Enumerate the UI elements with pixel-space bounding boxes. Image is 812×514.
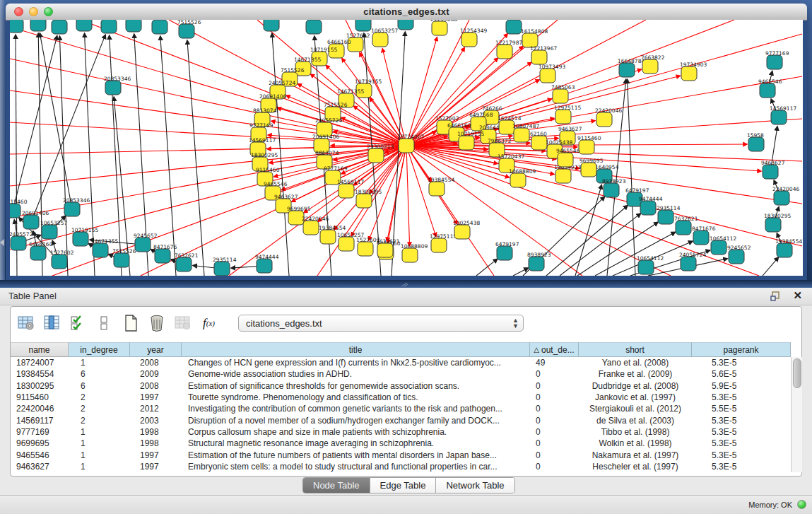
citation-edge-black[interactable]	[187, 40, 204, 276]
graph-node[interactable]: 9777169	[765, 50, 789, 69]
citation-edge-black[interactable]	[546, 205, 628, 276]
close-window-button[interactable]	[14, 7, 23, 16]
graph-node[interactable]: 19384554	[428, 177, 454, 196]
new-column-icon[interactable]	[121, 314, 140, 333]
graph-node[interactable]: 19384554	[775, 238, 802, 257]
graph-node[interactable]: 62160	[530, 131, 547, 150]
select-all-columns-icon[interactable]	[69, 314, 88, 333]
graph-node[interactable]: 10688809	[401, 243, 428, 262]
graph-node[interactable]: 9474444	[255, 254, 279, 273]
graph-node[interactable]: 12217987	[495, 40, 522, 59]
table-row[interactable]: 2242004622012Investigating the contribut…	[11, 403, 791, 414]
tab-network-table[interactable]: Network Table	[436, 478, 514, 493]
graph-node[interactable]: 12975115	[430, 233, 457, 252]
graph-node[interactable]: 9465546	[305, 20, 329, 34]
citation-edge-red[interactable]	[406, 34, 802, 146]
citation-edge-black[interactable]	[476, 259, 498, 276]
graph-node[interactable]: 10653257	[50, 20, 77, 34]
citation-edge-black[interactable]	[560, 214, 641, 276]
table-vertical-scrollbar[interactable]	[791, 357, 802, 472]
table-row[interactable]: 946554611997Estimation of the future num…	[11, 449, 791, 460]
graph-node[interactable]: 10653257	[40, 220, 67, 239]
graph-node[interactable]: 10973493	[539, 64, 565, 83]
citation-edge-black[interactable]	[59, 36, 68, 276]
citation-edge-black[interactable]	[31, 35, 105, 222]
graph-node[interactable]: 21219608	[430, 20, 457, 35]
graph-node[interactable]: 20853346	[63, 197, 90, 216]
citation-edge-black[interactable]	[40, 33, 72, 209]
graph-node[interactable]: 10654112	[637, 255, 664, 274]
citation-edge-red[interactable]	[406, 37, 437, 146]
graph-node[interactable]: 16154808	[521, 28, 548, 47]
table-row[interactable]: 1456911722003Disruption of a novel membe…	[11, 414, 791, 426]
column-header-name[interactable]: name	[11, 342, 69, 357]
citation-edge-black[interactable]	[628, 79, 635, 276]
network-canvas[interactable]: 2405572420691406106532571527602646616010…	[10, 20, 803, 276]
citation-edge-red[interactable]	[406, 146, 494, 276]
graph-node[interactable]: 12213967	[530, 45, 557, 64]
graph-node[interactable]: 7485063	[551, 84, 575, 103]
table-row[interactable]: 911546021997Tourette syndrome. Phenomeno…	[11, 392, 791, 403]
graph-node[interactable]: 19734903	[680, 62, 707, 81]
table-row[interactable]: 1938455462009Genome-wide association stu…	[11, 368, 791, 380]
graph-node[interactable]: 22420046	[595, 107, 622, 127]
graph-node[interactable]: 11254349	[460, 28, 487, 47]
table-selector-combobox[interactable]: citations_edges.txt ▲▼	[238, 315, 524, 332]
table-panel-titlebar[interactable]: Table Panel ✕	[0, 288, 812, 305]
network-window-titlebar[interactable]: citations_edges.txt	[6, 4, 807, 21]
graph-node[interactable]: 6466160	[100, 20, 124, 33]
splitter-resize-grip[interactable]	[400, 282, 408, 287]
graph-node[interactable]: 18300295	[355, 189, 382, 208]
graph-node[interactable]: 10719155	[124, 20, 151, 32]
graph-node[interactable]: 6479197	[495, 241, 519, 260]
graph-node[interactable]: 10653257	[371, 28, 398, 47]
citation-edge-black[interactable]	[513, 268, 528, 276]
panel-collapse-arrow-icon[interactable]	[0, 239, 4, 246]
scrollbar-thumb[interactable]	[793, 358, 801, 388]
citation-edge-black[interactable]	[763, 257, 779, 276]
graph-node[interactable]: 7632621	[175, 252, 199, 271]
citation-network-graph[interactable]: 2405572420691406106532571527602646616010…	[10, 20, 803, 276]
zoom-window-button[interactable]	[44, 7, 53, 16]
graph-node[interactable]: 7632621	[376, 238, 400, 257]
table-row[interactable]: 969969511998Structural magnetic resonanc…	[11, 438, 791, 449]
table-row[interactable]: 977716911998Corpus callosum shape and si…	[11, 426, 791, 438]
citation-edge-black[interactable]	[160, 36, 176, 276]
graph-node[interactable]: 9465546	[758, 78, 782, 98]
graph-node[interactable]: 1527602	[50, 250, 74, 269]
graph-node[interactable]: 14569117	[770, 105, 796, 124]
graph-node[interactable]: 8938923	[527, 252, 551, 271]
graph-node[interactable]: 7515526	[112, 248, 136, 267]
graph-node[interactable]: 9245652	[727, 245, 751, 264]
column-header-year[interactable]: year	[130, 342, 182, 357]
column-header-title[interactable]: title	[182, 342, 530, 357]
delete-column-icon[interactable]	[147, 314, 166, 333]
table-row[interactable]: 946362711997Embryonic stem cells: a mode…	[11, 461, 791, 472]
minimize-window-button[interactable]	[29, 7, 38, 16]
column-header-short[interactable]: short	[579, 342, 692, 357]
table-row[interactable]: 1830029562008Estimation of significance …	[11, 380, 791, 392]
graph-node[interactable]: 12975115	[554, 105, 581, 124]
graph-node[interactable]: 14569117	[262, 20, 289, 31]
graph-node[interactable]: 18300295	[764, 213, 791, 232]
show-column-icon[interactable]	[42, 314, 61, 333]
unselect-all-columns-icon[interactable]	[95, 314, 114, 333]
close-panel-icon[interactable]: ✕	[793, 289, 802, 302]
graph-node[interactable]: 10025438	[453, 220, 480, 239]
graph-node[interactable]: 22420046	[772, 186, 799, 205]
graph-node[interactable]: 8938923	[602, 178, 626, 197]
function-builder-icon[interactable]: f(x)	[199, 314, 218, 333]
table-mode-icon[interactable]	[16, 314, 35, 333]
graph-node[interactable]: 9699695	[396, 20, 420, 30]
graph-node[interactable]: 7663822	[641, 54, 665, 74]
graph-node[interactable]: 15958	[747, 132, 764, 151]
column-header-pagerank[interactable]: pagerank	[692, 342, 791, 357]
table-row[interactable]: 1872400712008Changes of HCN gene express…	[11, 357, 791, 368]
graph-node[interactable]: 20853346	[104, 76, 131, 95]
tab-edge-table[interactable]: Edge Table	[370, 478, 437, 493]
column-header-out_de[interactable]: △out_de...	[530, 342, 579, 357]
graph-node[interactable]: 16648784	[618, 58, 645, 77]
citation-edge-red[interactable]	[382, 49, 406, 146]
tab-node-table[interactable]: Node Table	[303, 478, 370, 493]
graph-node[interactable]: 24055724	[10, 20, 33, 33]
